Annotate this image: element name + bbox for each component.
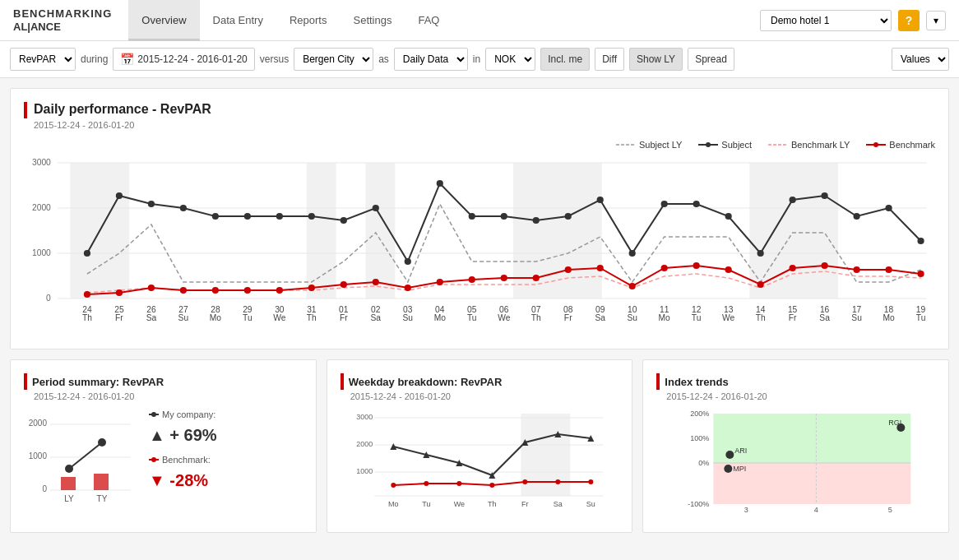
svg-point-188: [726, 451, 734, 459]
versus-label: versus: [260, 53, 289, 65]
metric-select[interactable]: RevPAR: [10, 48, 76, 71]
svg-text:1000: 1000: [356, 467, 373, 475]
main-chart-subtitle: 2015-12-24 - 2016-01-20: [34, 120, 935, 130]
svg-point-25: [212, 213, 219, 220]
header-right: Demo hotel 1 ? ▾: [760, 10, 946, 31]
nav-item-data-entry[interactable]: Data Entry: [200, 0, 276, 41]
svg-point-163: [456, 481, 461, 486]
svg-text:Fr: Fr: [521, 500, 529, 508]
svg-rect-12: [808, 163, 838, 299]
weekday-breakdown-title: Weekday breakdown: RevPAR: [349, 376, 503, 388]
svg-text:200%: 200%: [691, 410, 710, 418]
in-label: in: [473, 53, 480, 65]
svg-text:TY: TY: [97, 494, 108, 503]
svg-point-48: [84, 291, 90, 298]
svg-point-39: [661, 201, 668, 207]
legend-benchmark-label: Benchmark: [889, 140, 935, 150]
svg-point-31: [405, 258, 411, 265]
svg-point-162: [424, 481, 429, 486]
svg-point-54: [276, 287, 283, 294]
nav-item-settings[interactable]: Settings: [340, 0, 405, 41]
svg-text:-100%: -100%: [688, 500, 710, 508]
svg-point-73: [885, 266, 892, 273]
weekday-breakdown-accent: [341, 373, 344, 390]
svg-point-21: [84, 250, 90, 257]
diff-button[interactable]: Diff: [595, 48, 624, 71]
svg-point-62: [533, 275, 540, 281]
svg-text:We: We: [273, 313, 286, 322]
svg-text:Mo: Mo: [210, 313, 222, 322]
help-button[interactable]: ?: [898, 10, 920, 31]
svg-text:ARI: ARI: [735, 447, 748, 455]
svg-point-45: [853, 213, 859, 220]
location-select[interactable]: Bergen City: [294, 48, 373, 71]
svg-point-36: [565, 213, 572, 220]
svg-point-33: [469, 213, 475, 220]
main-chart-area: 0 1000 2000 3000: [24, 155, 935, 336]
svg-text:1000: 1000: [29, 451, 48, 460]
svg-text:0: 0: [42, 484, 47, 493]
svg-point-165: [522, 479, 527, 484]
nav-item-reports[interactable]: Reports: [276, 0, 341, 41]
hotel-select[interactable]: Demo hotel 1: [760, 10, 892, 31]
data-type-select[interactable]: Daily Data: [394, 48, 468, 71]
svg-point-51: [180, 287, 187, 294]
svg-point-59: [437, 279, 443, 285]
svg-text:3: 3: [744, 506, 748, 514]
nav-item-faq[interactable]: FAQ: [405, 0, 452, 41]
logo-line1: BENCHMARKING: [13, 7, 112, 21]
svg-text:Fr: Fr: [115, 313, 123, 322]
svg-point-67: [693, 262, 700, 269]
svg-point-42: [757, 250, 764, 257]
svg-point-167: [588, 479, 593, 484]
nav-item-overview[interactable]: Overview: [128, 0, 199, 41]
period-summary-subtitle: 2015-12-24 - 2016-01-20: [34, 391, 303, 401]
index-trends-title: Index trends: [665, 376, 728, 388]
during-label: during: [81, 53, 108, 65]
svg-point-50: [148, 285, 155, 291]
svg-point-164: [489, 483, 494, 488]
my-company-label: My company:: [149, 410, 217, 419]
as-label: as: [378, 53, 389, 65]
legend-benchmark: Benchmark: [866, 140, 935, 150]
svg-text:Sa: Sa: [554, 500, 563, 508]
svg-text:0: 0: [46, 294, 51, 303]
incl-me-button[interactable]: Incl. me: [540, 48, 590, 71]
svg-rect-7: [307, 163, 336, 299]
svg-point-143: [151, 412, 156, 417]
svg-text:LY: LY: [64, 494, 74, 503]
index-trends-card: Index trends 2015-12-24 - 2016-01-20: [642, 359, 949, 533]
title-bar-accent: [24, 102, 27, 118]
svg-point-46: [885, 205, 892, 211]
svg-text:Su: Su: [586, 500, 595, 508]
svg-text:Tu: Tu: [467, 313, 477, 322]
values-select[interactable]: Values: [892, 48, 949, 71]
calendar-icon: 📅: [120, 53, 134, 66]
svg-point-43: [790, 197, 796, 203]
svg-point-71: [822, 262, 828, 269]
period-summary-inner: 2000 1000 0: [24, 410, 303, 511]
weekday-chart-svg: 3000 2000 1000: [341, 410, 619, 516]
currency-select[interactable]: NOK: [485, 48, 535, 71]
svg-rect-146: [521, 414, 570, 496]
svg-text:Fr: Fr: [789, 313, 797, 322]
benchmark-change: ▼ -28%: [149, 471, 217, 490]
legend-benchmark-ly-label: Benchmark LY: [791, 140, 850, 150]
period-summary-stats: My company: ▲ + 69% Benchmark: ▼ -28%: [149, 410, 217, 490]
period-mini-chart-svg: 2000 1000 0: [24, 410, 139, 508]
show-ly-button[interactable]: Show LY: [629, 48, 683, 71]
svg-point-161: [391, 483, 396, 488]
svg-text:Su: Su: [627, 313, 637, 322]
main-chart-card: Daily performance - RevPAR 2015-12-24 - …: [10, 88, 949, 349]
benchmark-label: Benchmark:: [149, 455, 217, 465]
svg-point-57: [373, 279, 379, 285]
spread-button[interactable]: Spread: [688, 48, 734, 71]
period-summary-title: Period summary: RevPAR: [32, 376, 164, 388]
svg-text:5: 5: [888, 506, 892, 514]
legend-benchmark-ly: Benchmark LY: [768, 140, 850, 150]
svg-point-29: [341, 217, 347, 224]
legend-subject-label: Subject: [721, 140, 752, 150]
svg-text:We: We: [722, 313, 735, 322]
user-menu-button[interactable]: ▾: [926, 11, 946, 30]
date-range-field[interactable]: 📅 2015-12-24 - 2016-01-20: [113, 48, 254, 71]
